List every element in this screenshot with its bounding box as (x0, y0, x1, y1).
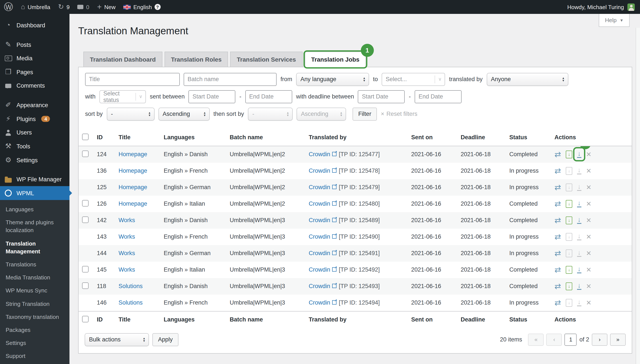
translator-link[interactable]: Crowdin (309, 234, 330, 240)
secondary-sort-order-select[interactable]: Ascending ▲▼ (296, 108, 346, 120)
sidebar-item-wpml[interactable]: WPML (0, 186, 70, 200)
xliff-download-icon[interactable]: ↓ (566, 216, 572, 224)
xliff-download-icon[interactable]: ↓ (566, 167, 572, 174)
sidebar-item-pages[interactable]: ❐ Pages (0, 65, 70, 79)
download-icon[interactable]: ↓ (577, 150, 581, 158)
download-icon[interactable]: ↓ (577, 200, 581, 208)
sidebar-item-media[interactable]: Media (0, 52, 70, 65)
select-all-checkbox[interactable] (82, 316, 89, 322)
row-checkbox[interactable] (82, 282, 89, 289)
job-title-link[interactable]: Solutions (119, 283, 143, 290)
xliff-download-icon[interactable]: ↓ (566, 266, 572, 274)
cancel-icon[interactable]: ✕ (586, 234, 591, 240)
job-title-link[interactable]: Homepage (119, 151, 147, 158)
sent-end-date-input[interactable]: End Date (245, 90, 292, 103)
exchange-icon[interactable]: ⇄ (554, 282, 561, 290)
job-title-link[interactable]: Works (119, 217, 135, 224)
download-icon[interactable]: ↓ (577, 299, 581, 306)
job-title-link[interactable]: Works (119, 250, 135, 256)
exchange-icon[interactable]: ⇄ (554, 167, 561, 174)
exchange-icon[interactable]: ⇄ (554, 183, 561, 191)
submenu-item-languages[interactable]: Languages (0, 203, 70, 216)
submenu-item-wp-menus-sync[interactable]: WP Menus Sync (0, 284, 70, 298)
sidebar-item-plugins[interactable]: ⚡ Plugins 4 (0, 112, 70, 126)
translator-link[interactable]: Crowdin (309, 283, 330, 290)
bulk-actions-select[interactable]: Bulk actions ▲▼ (85, 333, 149, 346)
tab-translation-services[interactable]: Translation Services (230, 52, 302, 67)
to-language-select[interactable]: Select... ∨ (382, 73, 445, 86)
xliff-download-icon[interactable]: ↓ (566, 299, 572, 306)
translator-link[interactable]: Crowdin (309, 168, 330, 174)
translator-link[interactable]: Crowdin (309, 217, 330, 224)
help-dropdown[interactable]: Help ▼ (599, 14, 629, 27)
sort-field-select[interactable]: - ▲▼ (107, 108, 154, 120)
download-icon[interactable]: ↓ (577, 250, 581, 257)
row-checkbox[interactable] (82, 266, 89, 272)
submenu-item-theme-plugins-localization[interactable]: Theme and plugins localization (0, 216, 70, 237)
title-filter-input[interactable]: Title (85, 73, 180, 86)
tab-translation-dashboard[interactable]: Translation Dashboard (83, 52, 162, 67)
apply-button[interactable]: Apply (152, 333, 178, 346)
cancel-icon[interactable]: ✕ (586, 168, 591, 174)
exchange-icon[interactable]: ⇄ (554, 266, 561, 274)
translator-link[interactable]: Crowdin (309, 299, 330, 306)
sort-order-select[interactable]: Ascending ▲▼ (158, 108, 209, 120)
job-title-link[interactable]: Works (119, 266, 135, 273)
exchange-icon[interactable]: ⇄ (554, 150, 561, 158)
submenu-item-taxonomy-translation[interactable]: Taxonomy translation (0, 310, 70, 324)
download-icon[interactable]: ↓ (577, 167, 581, 174)
site-name-link[interactable]: ⌂ Umbrella (17, 0, 54, 14)
sent-start-date-input[interactable]: Start Date (189, 90, 235, 103)
download-icon[interactable]: ↓ (577, 233, 581, 240)
account-menu[interactable]: Howdy, Michael Turing (567, 0, 624, 14)
exchange-icon[interactable]: ⇄ (554, 299, 561, 306)
current-page-input[interactable]: 1 (565, 334, 577, 346)
exchange-icon[interactable]: ⇄ (554, 233, 561, 240)
job-title-link[interactable]: Works (119, 234, 135, 240)
sidebar-item-dashboard[interactable]: ◔ Dashboard (0, 18, 70, 32)
sidebar-item-posts[interactable]: ✎ Posts (0, 38, 70, 52)
cancel-icon[interactable]: ✕ (586, 299, 591, 306)
tab-translation-jobs[interactable]: Translation Jobs 1 (304, 52, 366, 67)
updates-link[interactable]: ↻ 9 (54, 0, 73, 14)
xliff-download-icon[interactable]: ↓ (566, 249, 572, 257)
exchange-icon[interactable]: ⇄ (554, 216, 561, 224)
xliff-download-icon[interactable]: ↓ (566, 200, 572, 208)
download-icon[interactable]: ↓ (577, 184, 581, 191)
cancel-icon[interactable]: ✕ (586, 266, 591, 273)
submenu-item-media-translation[interactable]: Media Translation (0, 271, 70, 284)
cancel-icon[interactable]: ✕ (586, 200, 591, 207)
translator-link[interactable]: Crowdin (309, 200, 330, 207)
deadline-start-date-input[interactable]: Start Date (358, 90, 405, 103)
job-title-link[interactable]: Homepage (119, 200, 147, 207)
batch-name-filter-input[interactable]: Batch name (184, 73, 276, 86)
submenu-item-string-translation[interactable]: String Translation (0, 298, 70, 310)
row-checkbox[interactable] (82, 216, 89, 223)
user-avatar[interactable] (627, 3, 635, 11)
translator-link[interactable]: Crowdin (309, 250, 330, 256)
first-page-button[interactable]: « (528, 334, 544, 346)
tab-translation-roles[interactable]: Translation Roles (164, 52, 228, 67)
sidebar-item-settings[interactable]: ⚙ Settings (0, 153, 70, 167)
select-all-checkbox[interactable] (82, 134, 89, 140)
download-icon[interactable]: ↓ (577, 266, 581, 273)
new-content-link[interactable]: + New (93, 0, 119, 14)
language-switcher[interactable]: English ? (119, 0, 164, 14)
xliff-download-icon[interactable]: ↓ (566, 282, 572, 290)
submenu-item-support[interactable]: Support (0, 350, 70, 363)
wordpress-menu[interactable]: Ⓦ (0, 0, 17, 14)
job-title-link[interactable]: Homepage (119, 184, 147, 190)
sidebar-item-users[interactable]: Users (0, 126, 70, 139)
cancel-icon[interactable]: ✕ (586, 151, 591, 158)
job-title-link[interactable]: Solutions (119, 299, 143, 306)
translator-link[interactable]: Crowdin (309, 266, 330, 273)
last-page-button[interactable]: » (610, 334, 626, 346)
download-icon[interactable]: ↓ (577, 282, 581, 290)
vertical-scrollbar[interactable] (636, 28, 640, 364)
next-page-button[interactable]: › (592, 334, 607, 346)
job-title-link[interactable]: Homepage (119, 168, 147, 174)
cancel-icon[interactable]: ✕ (586, 184, 591, 190)
sidebar-item-appearance[interactable]: ✐ Appearance (0, 98, 70, 112)
sidebar-item-tools[interactable]: ⚒ Tools (0, 139, 70, 153)
row-checkbox[interactable] (82, 150, 89, 157)
